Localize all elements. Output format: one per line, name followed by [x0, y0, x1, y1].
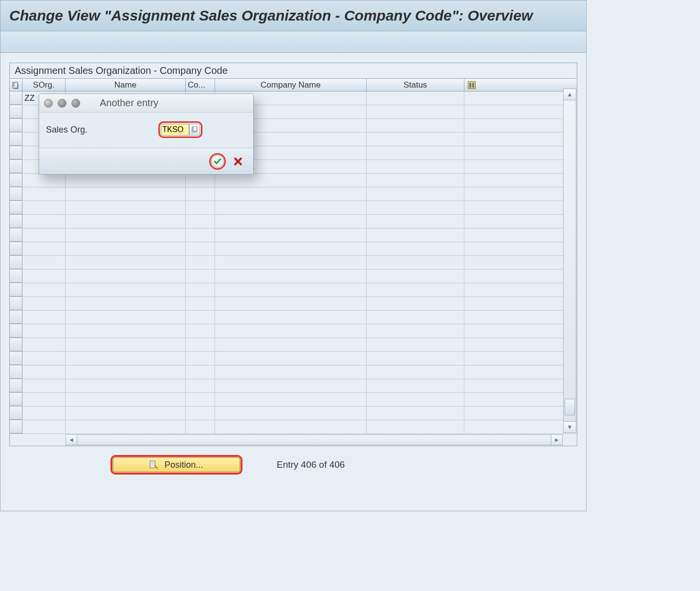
- row-selector[interactable]: [10, 105, 22, 118]
- row-selector[interactable]: [10, 352, 22, 365]
- cell-name[interactable]: [66, 407, 186, 420]
- cell-name[interactable]: [66, 270, 186, 283]
- window-close-traffic-icon[interactable]: [44, 99, 53, 108]
- horizontal-scroll-track[interactable]: ···: [77, 434, 551, 445]
- cell-company-name[interactable]: [215, 393, 367, 406]
- cell-status[interactable]: [367, 146, 464, 159]
- cell-status[interactable]: [367, 324, 464, 338]
- cell-cocode[interactable]: [186, 228, 215, 242]
- table-row[interactable]: [10, 283, 577, 297]
- cell-sorg[interactable]: [22, 324, 66, 338]
- cell-sorg[interactable]: [22, 215, 66, 228]
- cell-company-name[interactable]: [215, 201, 367, 214]
- cell-status[interactable]: [367, 119, 464, 132]
- cell-name[interactable]: [66, 420, 186, 433]
- cell-cocode[interactable]: [186, 270, 215, 283]
- cell-cocode[interactable]: [186, 379, 215, 392]
- cell-status[interactable]: [367, 242, 464, 255]
- row-selector[interactable]: [10, 133, 22, 146]
- row-selector[interactable]: [10, 270, 22, 283]
- row-selector[interactable]: [10, 324, 22, 338]
- cell-sorg[interactable]: [22, 311, 66, 324]
- cell-company-name[interactable]: [215, 379, 367, 392]
- select-all-button[interactable]: [10, 79, 22, 91]
- table-row[interactable]: [10, 228, 577, 242]
- row-selector[interactable]: [10, 338, 22, 351]
- row-selector[interactable]: [10, 407, 22, 420]
- cell-cocode[interactable]: [186, 393, 215, 406]
- cell-status[interactable]: [367, 91, 464, 105]
- row-selector[interactable]: [10, 311, 22, 324]
- window-zoom-traffic-icon[interactable]: [71, 99, 80, 108]
- row-selector[interactable]: [10, 420, 22, 433]
- cell-name[interactable]: [66, 187, 186, 201]
- cell-company-name[interactable]: [215, 256, 367, 269]
- cell-sorg[interactable]: [22, 242, 66, 255]
- cell-status[interactable]: [367, 201, 464, 214]
- cell-cocode[interactable]: [186, 297, 215, 310]
- row-selector[interactable]: [10, 365, 22, 379]
- cell-status[interactable]: [367, 160, 464, 173]
- cell-status[interactable]: [367, 187, 464, 201]
- row-selector[interactable]: [10, 174, 22, 187]
- row-selector[interactable]: [10, 283, 22, 296]
- cell-name[interactable]: [66, 352, 186, 365]
- cell-name[interactable]: [66, 297, 186, 310]
- cell-sorg[interactable]: [22, 256, 66, 269]
- sales-org-input[interactable]: [161, 124, 189, 136]
- cell-name[interactable]: [66, 215, 186, 228]
- table-row[interactable]: [10, 174, 577, 187]
- cell-cocode[interactable]: [186, 338, 215, 351]
- table-row[interactable]: [10, 338, 577, 352]
- scroll-down-button[interactable]: ▼: [563, 421, 576, 433]
- cell-cocode[interactable]: [186, 242, 215, 255]
- row-selector[interactable]: [10, 379, 22, 392]
- row-selector[interactable]: [10, 256, 22, 269]
- scroll-up-button[interactable]: ▲: [563, 89, 576, 100]
- cell-company-name[interactable]: [215, 270, 367, 283]
- table-row[interactable]: [10, 201, 577, 215]
- cell-sorg[interactable]: [22, 187, 66, 201]
- cell-cocode[interactable]: [186, 283, 215, 296]
- cell-name[interactable]: [66, 201, 186, 214]
- cell-sorg[interactable]: [22, 393, 66, 406]
- row-selector[interactable]: [10, 242, 22, 255]
- vertical-scroll-track[interactable]: [563, 100, 576, 421]
- cell-status[interactable]: [367, 105, 464, 118]
- column-header-name[interactable]: Name: [66, 79, 186, 91]
- cell-cocode[interactable]: [186, 201, 215, 214]
- cell-cocode[interactable]: [186, 420, 215, 433]
- cell-status[interactable]: [367, 174, 464, 187]
- table-row[interactable]: [10, 256, 577, 270]
- cell-status[interactable]: [367, 270, 464, 283]
- cell-cocode[interactable]: [186, 365, 215, 379]
- dialog-titlebar[interactable]: Another entry: [39, 94, 253, 113]
- row-selector[interactable]: [10, 201, 22, 214]
- cell-company-name[interactable]: [215, 407, 367, 420]
- table-row[interactable]: [10, 379, 577, 393]
- cell-cocode[interactable]: [186, 187, 215, 201]
- cell-sorg[interactable]: [22, 365, 66, 379]
- table-row[interactable]: [10, 187, 577, 201]
- cell-company-name[interactable]: [215, 174, 367, 187]
- table-row[interactable]: [10, 352, 577, 365]
- window-minimize-traffic-icon[interactable]: [58, 99, 66, 108]
- cell-cocode[interactable]: [186, 352, 215, 365]
- cell-name[interactable]: [66, 379, 186, 392]
- column-header-cocode[interactable]: Co...: [186, 79, 215, 91]
- cell-cocode[interactable]: [186, 324, 215, 338]
- cell-cocode[interactable]: [186, 407, 215, 420]
- cell-status[interactable]: [367, 215, 464, 228]
- ok-button[interactable]: [211, 155, 224, 168]
- cell-status[interactable]: [367, 256, 464, 269]
- cell-sorg[interactable]: [22, 201, 66, 214]
- cell-sorg[interactable]: [22, 420, 66, 433]
- row-selector[interactable]: [10, 215, 22, 228]
- cell-status[interactable]: [367, 133, 464, 146]
- cell-sorg[interactable]: [22, 270, 66, 283]
- cell-sorg[interactable]: [22, 283, 66, 296]
- cell-name[interactable]: [66, 311, 186, 324]
- cell-status[interactable]: [367, 352, 464, 365]
- cell-company-name[interactable]: [215, 297, 367, 310]
- cell-name[interactable]: [66, 228, 186, 242]
